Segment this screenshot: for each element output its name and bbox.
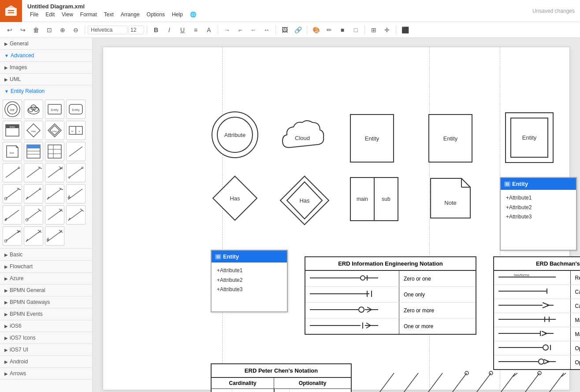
shape-thumb-entity-header[interactable]: Entity <box>3 121 22 140</box>
sidebar-header-basic[interactable]: ▶ Basic <box>0 249 92 260</box>
sidebar-header-ios6[interactable]: ▶ iOS6 <box>0 320 92 332</box>
menu-text[interactable]: Text <box>101 11 116 18</box>
shape-thumb-line5[interactable] <box>66 163 86 182</box>
sidebar-header-android[interactable]: ▶ Android <box>0 356 92 367</box>
font-name-input[interactable] <box>88 26 127 34</box>
attribute-shape[interactable]: Attribute <box>211 111 259 159</box>
sidebar-header-flowchart[interactable]: ▶ Flowchart <box>0 261 92 272</box>
arrow-both-button[interactable]: ↔ <box>260 24 273 36</box>
border-button[interactable]: □ <box>349 24 362 36</box>
image-button[interactable]: 🖼 <box>279 24 291 36</box>
erd-bachman-label-3: Cardinality (Many) <box>570 299 580 313</box>
sidebar-header-uml[interactable]: ▶ UML <box>0 74 92 85</box>
app-bar: Untitled Diagram.xml File Edit View Form… <box>0 0 580 22</box>
shape-thumb-entity-rounded[interactable]: Entity <box>66 100 86 119</box>
erd-ie-label-4: One or more <box>399 318 476 335</box>
shape-thumb-line14[interactable] <box>3 226 22 246</box>
sidebar-header-ios7-ui[interactable]: ▶ iOS7 UI <box>0 344 92 355</box>
connector-button[interactable]: ⌐ <box>234 24 246 36</box>
shape-thumb-line2[interactable] <box>3 163 22 182</box>
diamond-shape-1[interactable]: Has <box>211 174 259 222</box>
zoom-in-button[interactable]: ⊕ <box>56 24 69 36</box>
undo-button[interactable]: ↩ <box>4 24 16 36</box>
menu-edit[interactable]: Edit <box>43 11 57 18</box>
table-button[interactable]: ⊞ <box>368 24 380 36</box>
svg-line-73 <box>6 231 19 241</box>
shape-thumb-line10[interactable] <box>3 205 22 225</box>
shape-thumb-diamond-double[interactable]: Has <box>45 121 64 140</box>
shape-thumb-line13[interactable] <box>66 205 86 225</box>
shape-thumb-line6[interactable] <box>3 184 22 203</box>
arrow-right-button[interactable]: → <box>221 24 233 36</box>
arrow-left-button[interactable]: ← <box>247 24 260 36</box>
sidebar-header-entity-relation[interactable]: ▼ Entity Relation <box>0 85 92 97</box>
align-button[interactable]: ≡ <box>190 24 202 36</box>
underline-button[interactable]: U <box>176 24 189 36</box>
shape-thumb-line3[interactable] <box>24 163 43 182</box>
sidebar-header-bpmn-events[interactable]: ▶ BPMN Events <box>0 308 92 320</box>
sidebar-header-azure[interactable]: ▶ Azure <box>0 273 92 284</box>
redo-button[interactable]: ↪ <box>17 24 29 36</box>
shape-thumb-line4[interactable] <box>45 163 64 182</box>
sidebar-header-general[interactable]: ▶ General <box>0 38 92 49</box>
menu-arrange[interactable]: Arrange <box>118 11 142 18</box>
split-entity-shape[interactable]: main sub <box>350 177 398 221</box>
svg-line-139 <box>368 373 394 392</box>
sidebar-header-arrows[interactable]: ▶ Arrows <box>0 368 92 379</box>
shape-thumb-table[interactable] <box>45 142 64 161</box>
line-color-button[interactable]: ✏ <box>323 24 335 36</box>
shape-thumb-list-entity[interactable] <box>24 142 43 161</box>
blue-entity-shape-2[interactable]: ⊟ Entity +Attribute1 +Attribute2 +Attrib… <box>500 177 577 251</box>
note-shape[interactable]: Note <box>428 176 472 220</box>
erd-chen-title: ERD Peter Chen's Notation <box>211 364 351 377</box>
shape-thumb-line1[interactable] <box>66 142 86 161</box>
menu-globe[interactable]: 🌐 <box>187 11 199 18</box>
sidebar-header-bpmn-general[interactable]: ▶ BPMN General <box>0 285 92 296</box>
erd-bachman-row-2: Cardinality (One) <box>494 285 580 299</box>
shape-thumb-cloud[interactable] <box>24 100 43 119</box>
sidebar-header-advanced[interactable]: ▼ Advanced <box>0 50 92 61</box>
font-color-button[interactable]: A <box>203 24 215 36</box>
fill-button[interactable]: ■ <box>336 24 349 36</box>
fill-color-button[interactable]: 🎨 <box>310 24 322 36</box>
menu-view[interactable]: View <box>59 11 76 18</box>
shape-thumb-split-entity[interactable]: ms <box>66 121 86 140</box>
fit-button[interactable]: ⊡ <box>43 24 56 36</box>
sidebar-header-ios7-icons[interactable]: ▶ iOS7 Icons <box>0 332 92 344</box>
delete-button[interactable]: 🗑 <box>30 24 42 36</box>
shape-thumb-line16[interactable] <box>45 226 64 246</box>
shape-thumb-line8[interactable] <box>45 184 64 203</box>
cloud-shape[interactable]: Cloud <box>278 115 327 159</box>
shape-thumb-line11[interactable] <box>24 205 43 225</box>
entity-shape-1[interactable]: Entity <box>350 114 394 163</box>
shape-thumb-note[interactable]: Note <box>3 142 22 161</box>
connector-lines-area <box>368 360 580 392</box>
shape-thumb-entity-plain[interactable]: Entity <box>45 100 64 119</box>
sidebar-header-bpmn-gateways[interactable]: ▶ BPMN Gateways <box>0 296 92 308</box>
svg-line-67 <box>48 210 61 220</box>
canvas[interactable]: Attribute Cloud Entity Entity <box>103 47 570 390</box>
entity-shape-2[interactable]: Entity <box>428 114 472 163</box>
menu-help[interactable]: Help <box>169 11 186 18</box>
shape-thumb-line12[interactable] <box>45 205 64 225</box>
shape-thumb-line7[interactable] <box>24 184 43 203</box>
italic-button[interactable]: I <box>163 24 175 36</box>
sidebar-header-images[interactable]: ▶ Images <box>0 62 92 73</box>
bold-button[interactable]: B <box>150 24 162 36</box>
shape-thumb-attribute[interactable]: Attr <box>3 100 22 119</box>
canvas-area[interactable]: Attribute Cloud Entity Entity <box>93 38 580 392</box>
menu-options[interactable]: Options <box>144 11 167 18</box>
blue-entity-shape-1[interactable]: ⊟ Entity +Attribute1 +Attribute2 +Attrib… <box>211 250 288 312</box>
menu-format[interactable]: Format <box>78 11 100 18</box>
zoom-out-button[interactable]: ⊖ <box>70 24 82 36</box>
font-size-input[interactable] <box>128 26 144 34</box>
shape-thumb-line9[interactable] <box>66 184 86 203</box>
shape-thumb-line15[interactable] <box>24 226 43 246</box>
menu-file[interactable]: File <box>27 11 41 18</box>
panel-button[interactable]: ⬛ <box>399 24 411 36</box>
shape-thumb-diamond-single[interactable]: Has <box>24 121 43 140</box>
add-button[interactable]: ✛ <box>381 24 393 36</box>
link-button[interactable]: 🔗 <box>292 24 304 36</box>
diamond-shape-2[interactable]: Has <box>278 174 331 227</box>
entity-shape-3[interactable]: Entity <box>505 112 554 163</box>
